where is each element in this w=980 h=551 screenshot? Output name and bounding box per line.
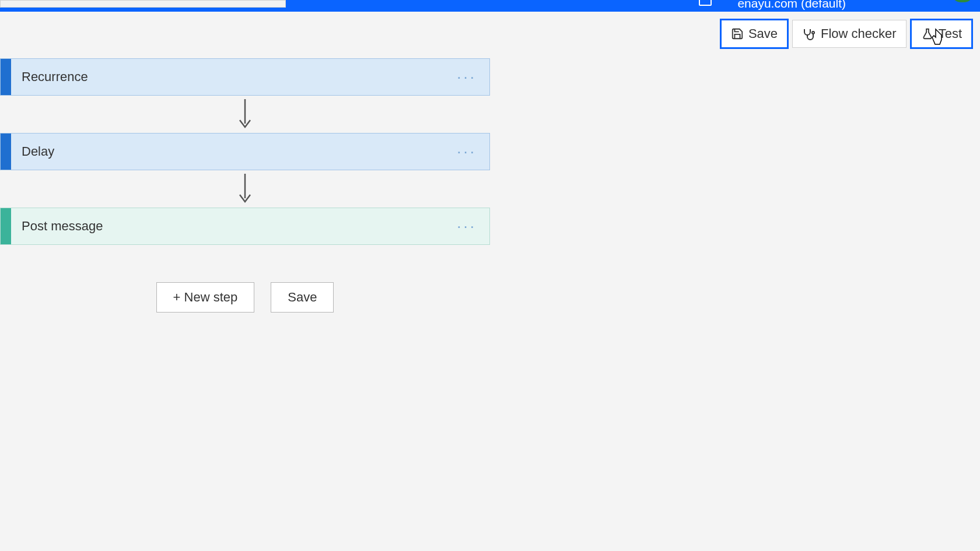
environment-icon [699,0,712,6]
flow-canvas: Recurrence ··· Delay ··· Post message ··… [0,58,496,313]
environment-label: enayu.com (default) [737,0,846,10]
step-accent [1,208,11,244]
step-delay[interactable]: Delay ··· [0,133,490,170]
flask-icon [921,27,934,40]
new-step-button[interactable]: + New step [156,282,255,313]
save-step-label: Save [288,290,317,304]
flow-checker-label: Flow checker [821,26,897,41]
flow-checker-button[interactable]: Flow checker [792,20,907,48]
step-accent [1,134,11,170]
new-step-label: + New step [173,290,238,304]
flow-arrow [0,96,490,133]
toolbar: Save Flow checker Test [720,16,973,51]
flow-arrow [0,170,490,208]
avatar[interactable]: HE [951,0,974,2]
test-button-label: Test [939,26,962,41]
step-title: Delay [22,144,54,159]
top-bar: enayu.com (default) HE [0,0,980,12]
step-accent [1,59,11,95]
save-icon [731,27,744,40]
save-step-button[interactable]: Save [271,282,334,313]
search-input[interactable] [0,0,286,8]
step-menu-icon[interactable]: ··· [457,143,477,161]
step-title: Recurrence [22,69,88,85]
stethoscope-icon [802,27,816,41]
test-button[interactable]: Test [910,19,973,49]
step-title: Post message [22,219,103,234]
step-menu-icon[interactable]: ··· [457,68,477,86]
save-button-label: Save [748,26,778,41]
footer-buttons: + New step Save [0,282,490,313]
svg-point-0 [812,31,814,34]
save-button[interactable]: Save [720,19,789,49]
step-menu-icon[interactable]: ··· [457,217,477,236]
step-recurrence[interactable]: Recurrence ··· [0,58,490,96]
step-post-message[interactable]: Post message ··· [0,208,490,245]
